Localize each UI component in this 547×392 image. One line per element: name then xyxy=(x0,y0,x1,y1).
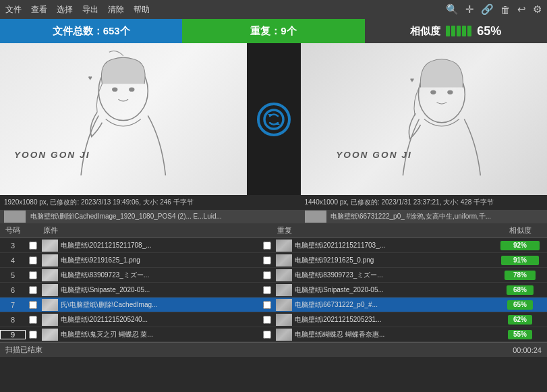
row-sim-cell: 78% xyxy=(493,271,547,280)
row-num: 4 xyxy=(0,256,26,264)
status-bar: 扫描已结束 00:00:24 xyxy=(0,342,547,357)
menu-help[interactable]: 帮助 xyxy=(134,4,150,16)
row-thumb-orig xyxy=(42,254,58,267)
row-cb-dup[interactable] xyxy=(260,242,275,250)
svg-text:YOON GON JI: YOON GON JI xyxy=(14,150,90,160)
row-cb-orig[interactable] xyxy=(26,242,40,250)
menu-select[interactable]: 选择 xyxy=(57,4,73,16)
row-path-orig: 氏\电脑壁纸\删除\CachedImag... xyxy=(59,300,260,310)
stat-total: 文件总数：653个 xyxy=(0,19,182,43)
header-orig: 原件 xyxy=(40,225,260,235)
row-cb-orig[interactable] xyxy=(26,271,40,279)
file-info-right: 1440x1000 px, 已修改的: 2023/1/31 23:37:21, … xyxy=(301,198,548,207)
manga-sketch-left: YOON GON JI ♥ xyxy=(0,43,247,195)
row-cb-dup[interactable] xyxy=(260,301,275,309)
row-num: 7 xyxy=(0,301,26,309)
path-left: 电脑壁纸\删除\CachedImage_1920_1080_POS4 (2)..… xyxy=(0,211,247,223)
row-path-dup: 电脑壁纸\蝴蝶忍 蝴蝶香奈惠... xyxy=(293,330,494,339)
row-num: 5 xyxy=(0,271,26,279)
path-bar: 电脑壁纸\删除\CachedImage_1920_1080_POS4 (2)..… xyxy=(0,210,547,223)
stat-sim: 相似度 65% xyxy=(365,19,547,43)
sim-bar-1 xyxy=(446,26,450,36)
trash-icon[interactable]: 🗑 xyxy=(500,4,511,16)
table-row[interactable]: 9 电脑壁纸\鬼灭之刃 蝴蝶忍 菜... 电脑壁纸\蝴蝶忍 蝴蝶香奈惠... 5… xyxy=(0,327,547,342)
link-icon[interactable]: 🔗 xyxy=(481,3,494,16)
table-row[interactable]: 5 电脑壁纸\83909723_ミズー... 电脑壁纸\83909723_ミズー… xyxy=(0,268,547,283)
sync-svg xyxy=(262,108,285,131)
sim-progress-bar: 62% xyxy=(508,315,532,325)
row-thumb-dup xyxy=(276,299,292,311)
sim-bars xyxy=(446,26,471,36)
row-num: 3 xyxy=(0,242,26,250)
menu-items: 文件 查看 选择 导出 清除 帮助 xyxy=(5,4,150,16)
row-thumb-dup xyxy=(276,314,292,326)
row-thumb-dup xyxy=(276,269,292,281)
row-path-orig: 电脑壁纸\20211215211708_... xyxy=(59,241,260,250)
table-container: 号码 原件 重复 相似度 3 电脑壁纸\20211215211708_... 电… xyxy=(0,223,547,342)
row-cb-orig[interactable] xyxy=(26,256,40,264)
table-row[interactable]: 6 电脑壁纸\Snipaste_2020-05... 电脑壁纸\Snipaste… xyxy=(0,283,547,298)
stat-dup: 重复：9个 xyxy=(182,19,364,43)
row-sim-cell: 62% xyxy=(493,315,547,325)
table-row[interactable]: 8 电脑壁纸\20211215205240... 电脑壁纸\2021121520… xyxy=(0,312,547,327)
menu-view[interactable]: 查看 xyxy=(31,4,47,16)
row-cb-dup[interactable] xyxy=(260,331,275,339)
sim-bar-3 xyxy=(457,26,461,36)
table-body: 3 电脑壁纸\20211215211708_... 电脑壁纸\202112152… xyxy=(0,238,547,342)
table-row[interactable]: 3 电脑壁纸\20211215211708_... 电脑壁纸\202112152… xyxy=(0,238,547,253)
svg-text:YOON GON JI: YOON GON JI xyxy=(336,150,412,160)
sim-progress-bar: 78% xyxy=(505,271,536,280)
thumb-right xyxy=(305,211,326,223)
svg-point-9 xyxy=(430,90,436,94)
menu-clear[interactable]: 清除 xyxy=(108,4,124,16)
file-info-bar: 1920x1080 px, 已修改的: 2023/3/13 19:49:06, … xyxy=(0,195,547,210)
search-icon[interactable]: 🔍 xyxy=(446,3,459,16)
move-icon[interactable]: ✛ xyxy=(465,3,474,16)
preview-area: 原件 YOON GON JI xyxy=(0,43,547,195)
row-thumb-dup xyxy=(276,284,292,296)
row-num: 9 xyxy=(0,330,26,339)
row-path-orig: 电脑壁纸\Snipaste_2020-05... xyxy=(59,285,260,295)
row-thumb-orig xyxy=(42,240,58,252)
undo-icon[interactable]: ↩ xyxy=(517,3,526,16)
sim-bar-5 xyxy=(467,26,471,36)
row-thumb-orig xyxy=(42,269,58,281)
sync-icon[interactable] xyxy=(257,103,291,136)
row-cb-dup[interactable] xyxy=(260,256,275,264)
row-cb-orig[interactable] xyxy=(26,331,40,339)
menu-file[interactable]: 文件 xyxy=(5,4,22,16)
table-row[interactable]: 7 氏\电脑壁纸\删除\CachedImag... 电脑壁纸\66731222_… xyxy=(0,298,547,312)
svg-point-2 xyxy=(129,88,134,92)
row-path-dup: 电脑壁纸\83909723_ミズー... xyxy=(293,271,494,280)
row-cb-orig[interactable] xyxy=(26,316,40,324)
row-path-orig: 电脑壁纸\83909723_ミズー... xyxy=(59,271,260,280)
row-path-orig: 电脑壁纸\92191625_1.png xyxy=(59,256,260,265)
row-sim-cell: 65% xyxy=(493,300,547,310)
row-thumb-orig xyxy=(42,284,58,296)
row-cb-orig[interactable] xyxy=(26,286,40,294)
sim-progress-bar: 55% xyxy=(508,330,532,339)
row-path-dup: 电脑壁纸\20211215211703_... xyxy=(293,241,494,250)
row-cb-dup[interactable] xyxy=(260,271,275,279)
row-cb-orig[interactable] xyxy=(26,301,40,309)
menu-export[interactable]: 导出 xyxy=(82,4,98,16)
row-thumb-dup xyxy=(276,240,292,252)
sim-bar-4 xyxy=(462,26,466,36)
row-path-orig: 电脑壁纸\20211215205240... xyxy=(59,315,260,325)
status-time: 00:00:24 xyxy=(513,346,542,354)
row-path-dup: 电脑壁纸\66731222_p0_#... xyxy=(293,300,494,310)
row-num: 8 xyxy=(0,316,26,324)
settings-icon[interactable]: ⚙ xyxy=(533,3,542,16)
header-num: 号码 xyxy=(0,225,26,235)
file-info-left: 1920x1080 px, 已修改的: 2023/3/13 19:49:06, … xyxy=(0,198,247,207)
preview-left: 原件 YOON GON JI xyxy=(0,43,247,195)
row-thumb-dup xyxy=(276,254,292,267)
status-text: 扫描已结束 xyxy=(5,345,42,355)
table-row[interactable]: 4 电脑壁纸\92191625_1.png 电脑壁纸\92191625_0.pn… xyxy=(0,253,547,268)
svg-text:♥: ♥ xyxy=(88,74,92,82)
sim-progress-bar: 65% xyxy=(507,300,533,310)
sim-progress-bar: 92% xyxy=(500,241,540,250)
row-cb-dup[interactable] xyxy=(260,286,275,294)
path-right: 电脑壁纸\66731222_p0_ #涂鸦,女高中生,uniform,千... xyxy=(301,211,548,223)
row-cb-dup[interactable] xyxy=(260,316,275,324)
